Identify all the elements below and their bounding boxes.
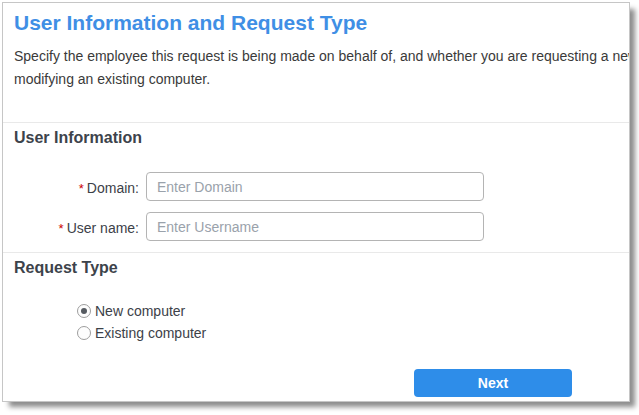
required-asterisk: * <box>79 181 84 196</box>
radio-option-existing-computer[interactable]: Existing computer <box>77 325 206 341</box>
new-computer-radio[interactable] <box>77 304 91 318</box>
existing-computer-label: Existing computer <box>95 325 206 341</box>
page-description-line2: modifying an existing computer. <box>14 68 630 91</box>
request-type-heading: Request Type <box>14 259 118 277</box>
page-title: User Information and Request Type <box>14 11 367 35</box>
user-information-heading: User Information <box>14 129 142 147</box>
username-label: *User name: <box>3 220 139 236</box>
domain-input[interactable] <box>146 172 484 201</box>
required-asterisk: * <box>59 221 64 236</box>
radio-option-new-computer[interactable]: New computer <box>77 303 185 319</box>
next-button[interactable]: Next <box>414 369 572 397</box>
existing-computer-radio[interactable] <box>77 326 91 340</box>
username-label-text: User name: <box>67 220 139 236</box>
section-divider <box>3 122 630 123</box>
form-panel: User Information and Request Type Specif… <box>2 2 630 402</box>
page-description: Specify the employee this request is bei… <box>14 45 630 91</box>
page-description-line1: Specify the employee this request is bei… <box>14 45 630 68</box>
domain-label-text: Domain: <box>87 180 139 196</box>
username-input[interactable] <box>146 212 484 241</box>
section-divider <box>3 252 630 253</box>
new-computer-label: New computer <box>95 303 185 319</box>
domain-label: *Domain: <box>3 180 139 196</box>
